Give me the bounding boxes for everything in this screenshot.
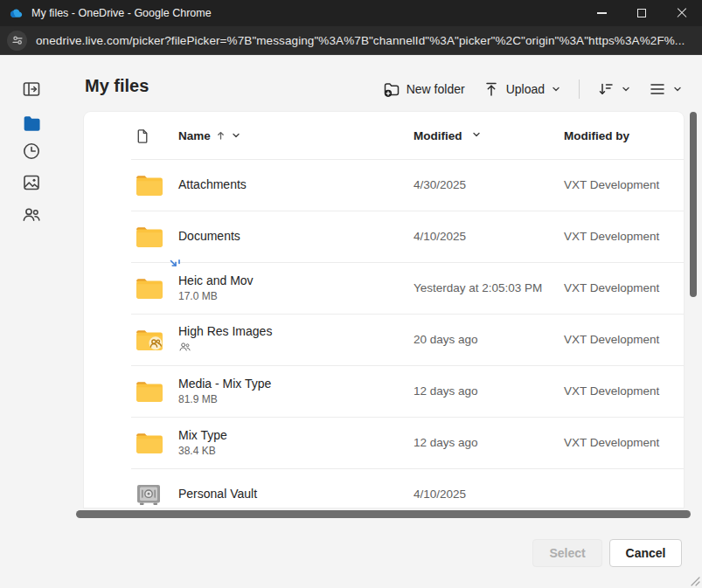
window-titlebar: My files - OneDrive - Google Chrome: [0, 0, 702, 26]
toolbar: New folder Upload: [376, 76, 690, 102]
file-modified-by: VXT Development: [564, 230, 684, 243]
file-modified-by: VXT Development: [564, 281, 684, 294]
minimize-icon: [597, 12, 607, 13]
maximize-icon: [637, 9, 646, 17]
file-list: Name Modified Modified by Attachments: [84, 112, 684, 508]
sort-button[interactable]: [590, 77, 638, 101]
maximize-button[interactable]: [622, 0, 662, 26]
my-files-folder-icon: [21, 113, 43, 135]
shared-people-icon: [21, 204, 42, 225]
file-name: Mix Type: [178, 427, 227, 444]
browser-address-bar[interactable]: onedrive.live.com/picker?filePicker=%7B"…: [0, 26, 702, 55]
window-title: My files - OneDrive - Google Chrome: [31, 7, 581, 19]
file-modified-by: VXT Development: [564, 436, 684, 449]
file-modified: Yesterday at 2:05:03 PM: [414, 281, 564, 294]
cancel-button[interactable]: Cancel: [609, 539, 682, 567]
file-row-documents[interactable]: Documents 4/10/2025 VXT Development: [84, 211, 684, 262]
chevron-down-icon: [231, 130, 241, 141]
file-modified: 4/30/2025: [414, 178, 564, 191]
minimize-button[interactable]: [581, 0, 622, 26]
sort-ascending-icon: [216, 130, 226, 141]
file-modified: 12 days ago: [414, 384, 564, 398]
upload-icon: [483, 80, 500, 98]
file-size: 17.0 MB: [178, 289, 254, 303]
file-modified-by: VXT Development: [564, 333, 684, 346]
folder-icon: [135, 379, 164, 404]
horizontal-scrollbar[interactable]: [76, 510, 691, 518]
folder-icon: [135, 225, 164, 249]
file-size: 81.9 MB: [178, 392, 271, 406]
cursor-click-indicator: [170, 259, 183, 271]
file-name: Attachments: [178, 176, 247, 193]
upload-button[interactable]: Upload: [476, 77, 568, 101]
view-list-icon: [649, 80, 666, 98]
file-modified: 4/10/2025: [414, 230, 564, 243]
view-options-button[interactable]: [642, 77, 690, 101]
chevron-down-icon: [621, 84, 631, 94]
onedrive-picker: My files New folder Upload: [0, 55, 702, 588]
vertical-scrollbar[interactable]: [690, 112, 697, 297]
site-info-button[interactable]: [7, 31, 27, 51]
file-name: Documents: [178, 228, 240, 245]
file-name: High Res Images: [178, 323, 272, 340]
file-modified-by: VXT Development: [564, 178, 684, 191]
vault-icon: [135, 482, 163, 507]
shared-folder-icon: [135, 328, 164, 352]
photos-image-icon: [21, 172, 42, 193]
sidebar-item-shared[interactable]: [17, 204, 45, 225]
upload-label: Upload: [506, 82, 545, 96]
new-folder-label: New folder: [407, 82, 465, 96]
sidebar-toggle-navigation[interactable]: [17, 79, 45, 100]
folder-icon: [135, 173, 164, 197]
sort-icon: [597, 80, 615, 98]
toolbar-divider: [579, 80, 580, 99]
column-header-modified-by: Modified by: [564, 128, 684, 143]
close-button[interactable]: [662, 0, 702, 26]
file-row-personal-vault[interactable]: Personal Vault 4/10/2025: [84, 468, 684, 508]
resize-grip-icon[interactable]: [688, 574, 700, 586]
onedrive-favicon: [9, 6, 24, 21]
column-header-modified[interactable]: Modified: [414, 128, 564, 143]
sidebar: [0, 55, 63, 588]
folder-icon: [135, 431, 164, 455]
file-modified: 20 days ago: [414, 333, 564, 346]
shared-people-icon: [178, 340, 191, 353]
new-folder-button[interactable]: New folder: [376, 77, 472, 101]
recent-clock-icon: [21, 141, 42, 162]
new-folder-icon: [383, 80, 400, 98]
file-row-high-res-images[interactable]: High Res Images 20 days ago VXT Developm…: [84, 314, 684, 365]
file-modified: 12 days ago: [414, 436, 564, 449]
footer-actions: Select Cancel: [532, 539, 682, 567]
file-modified-by: VXT Development: [564, 384, 684, 398]
panel-toggle-icon: [21, 79, 42, 100]
select-button[interactable]: Select: [532, 539, 602, 567]
file-name: Media - Mix Type: [178, 376, 271, 392]
file-name: Personal Vault: [178, 486, 257, 502]
column-header-name[interactable]: Name: [178, 129, 414, 142]
chevron-down-icon: [672, 84, 683, 94]
chevron-down-icon: [471, 129, 482, 140]
file-row-mix-type[interactable]: Mix Type 38.4 KB 12 days ago VXT Develop…: [84, 417, 684, 468]
chevron-down-icon: [551, 84, 561, 94]
site-settings-icon: [11, 34, 24, 46]
document-type-icon: [135, 128, 151, 144]
file-row-attachments[interactable]: Attachments 4/30/2025 VXT Development: [84, 159, 684, 211]
file-size: 38.4 KB: [178, 444, 227, 458]
file-modified: 4/10/2025: [414, 488, 564, 501]
file-name: Heic and Mov: [178, 273, 254, 289]
folder-icon: [135, 276, 164, 301]
sidebar-item-recent[interactable]: [17, 141, 45, 162]
file-row-media-mix-type[interactable]: Media - Mix Type 81.9 MB 12 days ago VXT…: [84, 365, 684, 417]
table-header: Name Modified Modified by: [84, 112, 684, 159]
sidebar-item-photos[interactable]: [17, 172, 45, 193]
page-title: My files: [85, 76, 149, 96]
sidebar-item-my-files[interactable]: [17, 113, 45, 134]
url-text[interactable]: onedrive.live.com/picker?filePicker=%7B"…: [36, 34, 685, 47]
close-icon: [677, 8, 687, 18]
